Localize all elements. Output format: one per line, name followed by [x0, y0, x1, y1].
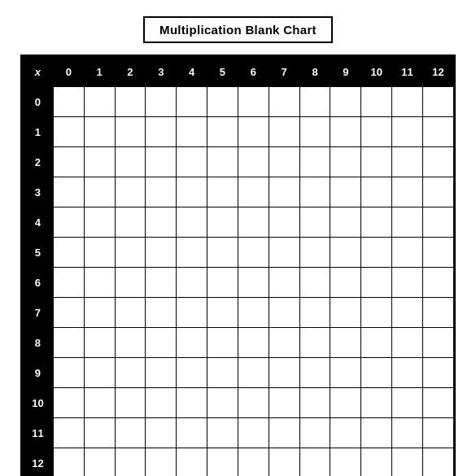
cell-2-11[interactable] [392, 147, 423, 177]
cell-7-8[interactable] [299, 298, 330, 328]
cell-4-1[interactable] [84, 207, 115, 238]
cell-7-1[interactable] [84, 298, 115, 328]
cell-6-5[interactable] [207, 268, 238, 298]
cell-5-8[interactable] [299, 238, 330, 268]
cell-1-4[interactable] [177, 117, 207, 147]
cell-3-7[interactable] [269, 177, 299, 207]
cell-9-10[interactable] [361, 358, 392, 388]
cell-6-2[interactable] [115, 268, 146, 298]
cell-4-3[interactable] [146, 207, 177, 238]
cell-11-7[interactable] [269, 418, 299, 448]
cell-0-11[interactable] [392, 87, 423, 117]
cell-7-3[interactable] [146, 298, 177, 328]
cell-4-8[interactable] [299, 207, 330, 238]
cell-9-2[interactable] [115, 358, 146, 388]
cell-10-10[interactable] [361, 388, 392, 418]
cell-11-8[interactable] [299, 418, 330, 448]
cell-2-8[interactable] [299, 147, 330, 177]
cell-12-5[interactable] [207, 448, 238, 477]
cell-6-3[interactable] [146, 268, 177, 298]
cell-9-9[interactable] [330, 358, 361, 388]
cell-4-0[interactable] [53, 207, 84, 238]
cell-0-4[interactable] [177, 87, 207, 117]
cell-10-2[interactable] [115, 388, 146, 418]
cell-11-0[interactable] [53, 418, 84, 448]
cell-12-4[interactable] [177, 448, 207, 477]
cell-1-12[interactable] [422, 117, 453, 147]
cell-8-7[interactable] [269, 328, 299, 358]
cell-4-6[interactable] [238, 207, 269, 238]
cell-6-12[interactable] [422, 268, 453, 298]
cell-8-0[interactable] [53, 328, 84, 358]
cell-11-6[interactable] [238, 418, 269, 448]
cell-1-0[interactable] [53, 117, 84, 147]
cell-10-3[interactable] [146, 388, 177, 418]
cell-5-3[interactable] [146, 238, 177, 268]
cell-3-10[interactable] [361, 177, 392, 207]
cell-9-0[interactable] [53, 358, 84, 388]
cell-12-6[interactable] [238, 448, 269, 477]
cell-4-5[interactable] [207, 207, 238, 238]
cell-0-6[interactable] [238, 87, 269, 117]
cell-3-3[interactable] [146, 177, 177, 207]
cell-0-1[interactable] [84, 87, 115, 117]
cell-0-12[interactable] [422, 87, 453, 117]
cell-1-11[interactable] [392, 117, 423, 147]
cell-12-7[interactable] [269, 448, 299, 477]
cell-10-4[interactable] [177, 388, 207, 418]
cell-12-12[interactable] [422, 448, 453, 477]
cell-2-6[interactable] [238, 147, 269, 177]
cell-1-6[interactable] [238, 117, 269, 147]
cell-10-0[interactable] [53, 388, 84, 418]
cell-12-10[interactable] [361, 448, 392, 477]
cell-2-3[interactable] [146, 147, 177, 177]
cell-12-3[interactable] [146, 448, 177, 477]
cell-12-11[interactable] [392, 448, 423, 477]
cell-0-5[interactable] [207, 87, 238, 117]
cell-11-1[interactable] [84, 418, 115, 448]
cell-2-9[interactable] [330, 147, 361, 177]
cell-5-10[interactable] [361, 238, 392, 268]
cell-8-8[interactable] [299, 328, 330, 358]
cell-6-10[interactable] [361, 268, 392, 298]
cell-6-11[interactable] [392, 268, 423, 298]
cell-10-6[interactable] [238, 388, 269, 418]
cell-5-2[interactable] [115, 238, 146, 268]
cell-8-12[interactable] [422, 328, 453, 358]
cell-7-7[interactable] [269, 298, 299, 328]
cell-7-2[interactable] [115, 298, 146, 328]
cell-5-1[interactable] [84, 238, 115, 268]
cell-5-4[interactable] [177, 238, 207, 268]
cell-3-11[interactable] [392, 177, 423, 207]
cell-12-2[interactable] [115, 448, 146, 477]
cell-3-12[interactable] [422, 177, 453, 207]
cell-11-2[interactable] [115, 418, 146, 448]
cell-9-12[interactable] [422, 358, 453, 388]
cell-1-8[interactable] [299, 117, 330, 147]
cell-2-5[interactable] [207, 147, 238, 177]
cell-2-1[interactable] [84, 147, 115, 177]
cell-7-12[interactable] [422, 298, 453, 328]
cell-7-0[interactable] [53, 298, 84, 328]
cell-10-9[interactable] [330, 388, 361, 418]
cell-1-7[interactable] [269, 117, 299, 147]
cell-9-3[interactable] [146, 358, 177, 388]
cell-10-11[interactable] [392, 388, 423, 418]
cell-3-5[interactable] [207, 177, 238, 207]
cell-0-3[interactable] [146, 87, 177, 117]
cell-5-5[interactable] [207, 238, 238, 268]
cell-5-12[interactable] [422, 238, 453, 268]
cell-12-9[interactable] [330, 448, 361, 477]
cell-4-10[interactable] [361, 207, 392, 238]
cell-6-7[interactable] [269, 268, 299, 298]
cell-8-11[interactable] [392, 328, 423, 358]
cell-11-5[interactable] [207, 418, 238, 448]
cell-7-4[interactable] [177, 298, 207, 328]
cell-0-0[interactable] [53, 87, 84, 117]
cell-1-9[interactable] [330, 117, 361, 147]
cell-0-7[interactable] [269, 87, 299, 117]
cell-9-7[interactable] [269, 358, 299, 388]
cell-0-10[interactable] [361, 87, 392, 117]
cell-8-9[interactable] [330, 328, 361, 358]
cell-7-11[interactable] [392, 298, 423, 328]
